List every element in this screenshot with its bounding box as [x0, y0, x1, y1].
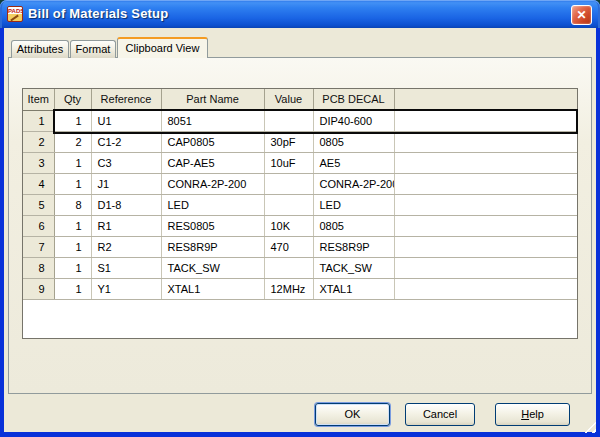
value-cell[interactable]: 12MHz: [264, 278, 313, 299]
table-header-row: Item Qty Reference Part Name Value PCB D…: [23, 89, 577, 110]
part-name-cell[interactable]: XTAL1: [161, 278, 264, 299]
qty-cell[interactable]: 1: [54, 110, 91, 131]
pcb-decal-cell[interactable]: RES8R9P: [313, 236, 394, 257]
help-button[interactable]: Help: [495, 403, 570, 426]
reference-cell[interactable]: J1: [91, 173, 161, 194]
part-name-cell[interactable]: CAP0805: [161, 131, 264, 152]
spare-cell[interactable]: [394, 236, 577, 257]
item-cell[interactable]: 9: [23, 278, 54, 299]
spare-cell[interactable]: [394, 152, 577, 173]
pcb-decal-cell[interactable]: 0805: [313, 131, 394, 152]
column-header-qty[interactable]: Qty: [54, 89, 91, 110]
spare-cell[interactable]: [394, 173, 577, 194]
qty-cell[interactable]: 1: [54, 257, 91, 278]
tab-clipboard-view[interactable]: Clipboard View: [117, 37, 208, 58]
bill-of-materials-dialog: PADS Bill of Materials Setup ✕ Attribute…: [0, 0, 600, 437]
value-cell[interactable]: 10K: [264, 215, 313, 236]
pcb-decal-cell[interactable]: AE5: [313, 152, 394, 173]
table-row[interactable]: 58D1-8LEDLED: [23, 194, 577, 215]
table-row[interactable]: 41J1CONRA-2P-200CONRA-2P-200: [23, 173, 577, 194]
table-row[interactable]: 31C3CAP-AE510uFAE5: [23, 152, 577, 173]
item-cell[interactable]: 8: [23, 257, 54, 278]
pcb-decal-cell[interactable]: CONRA-2P-200: [313, 173, 394, 194]
value-cell[interactable]: 470: [264, 236, 313, 257]
spare-cell[interactable]: [394, 278, 577, 299]
reference-cell[interactable]: D1-8: [91, 194, 161, 215]
qty-cell[interactable]: 1: [54, 215, 91, 236]
pcb-decal-cell[interactable]: 0805: [313, 215, 394, 236]
pcb-decal-cell[interactable]: TACK_SW: [313, 257, 394, 278]
item-cell[interactable]: 5: [23, 194, 54, 215]
table-row[interactable]: 61R1RES080510K0805: [23, 215, 577, 236]
item-cell[interactable]: 4: [23, 173, 54, 194]
spare-cell[interactable]: [394, 194, 577, 215]
part-name-cell[interactable]: CAP-AE5: [161, 152, 264, 173]
reference-cell[interactable]: C1-2: [91, 131, 161, 152]
window-border-right: [596, 28, 600, 437]
qty-cell[interactable]: 8: [54, 194, 91, 215]
column-header-reference[interactable]: Reference: [91, 89, 161, 110]
part-name-cell[interactable]: RES8R9P: [161, 236, 264, 257]
value-cell[interactable]: [264, 110, 313, 131]
tab-format[interactable]: Format: [70, 40, 116, 58]
column-header-value[interactable]: Value: [264, 89, 313, 110]
part-name-cell[interactable]: LED: [161, 194, 264, 215]
table-row[interactable]: 22C1-2CAP080530pF0805: [23, 131, 577, 152]
column-header-pcb-decal[interactable]: PCB DECAL: [313, 89, 394, 110]
qty-cell[interactable]: 1: [54, 278, 91, 299]
spare-cell[interactable]: [394, 131, 577, 152]
qty-cell[interactable]: 2: [54, 131, 91, 152]
qty-cell[interactable]: 1: [54, 152, 91, 173]
pcb-decal-cell[interactable]: DIP40-600: [313, 110, 394, 131]
part-name-cell[interactable]: RES0805: [161, 215, 264, 236]
table-row[interactable]: 81S1TACK_SWTACK_SW: [23, 257, 577, 278]
value-cell[interactable]: 30pF: [264, 131, 313, 152]
pcb-decal-cell[interactable]: XTAL1: [313, 278, 394, 299]
part-name-cell[interactable]: 8051: [161, 110, 264, 131]
cancel-button[interactable]: Cancel: [405, 403, 475, 426]
window-border-bottom: [0, 432, 600, 437]
column-header-part-name[interactable]: Part Name: [161, 89, 264, 110]
spare-cell[interactable]: [394, 110, 577, 131]
pads-app-icon: PADS: [7, 6, 23, 22]
column-header-spare[interactable]: [394, 89, 577, 110]
ok-button[interactable]: OK: [315, 403, 390, 426]
pcb-decal-cell[interactable]: LED: [313, 194, 394, 215]
part-name-cell[interactable]: TACK_SW: [161, 257, 264, 278]
reference-cell[interactable]: U1: [91, 110, 161, 131]
close-button[interactable]: ✕: [571, 5, 592, 25]
value-cell[interactable]: [264, 194, 313, 215]
value-cell[interactable]: [264, 173, 313, 194]
window-title: Bill of Materials Setup: [28, 0, 168, 28]
title-bar[interactable]: PADS Bill of Materials Setup ✕: [0, 0, 600, 28]
item-cell[interactable]: 3: [23, 152, 54, 173]
item-cell[interactable]: 6: [23, 215, 54, 236]
item-cell[interactable]: 2: [23, 131, 54, 152]
reference-cell[interactable]: R2: [91, 236, 161, 257]
bom-table: Item Qty Reference Part Name Value PCB D…: [22, 88, 578, 339]
table-row[interactable]: 71R2RES8R9P470RES8R9P: [23, 236, 577, 257]
part-name-cell[interactable]: CONRA-2P-200: [161, 173, 264, 194]
table-row[interactable]: 91Y1XTAL112MHzXTAL1: [23, 278, 577, 299]
reference-cell[interactable]: S1: [91, 257, 161, 278]
spare-cell[interactable]: [394, 215, 577, 236]
table-row[interactable]: 11U18051DIP40-600: [23, 110, 577, 131]
qty-cell[interactable]: 1: [54, 236, 91, 257]
tab-attributes[interactable]: Attributes: [11, 40, 69, 58]
reference-cell[interactable]: C3: [91, 152, 161, 173]
item-cell[interactable]: 1: [23, 110, 54, 131]
close-icon: ✕: [576, 8, 586, 22]
reference-cell[interactable]: R1: [91, 215, 161, 236]
column-header-item[interactable]: Item: [23, 89, 54, 110]
item-cell[interactable]: 7: [23, 236, 54, 257]
grid-body: 11U18051DIP40-60022C1-2CAP080530pF080531…: [23, 110, 577, 299]
value-cell[interactable]: 10uF: [264, 152, 313, 173]
reference-cell[interactable]: Y1: [91, 278, 161, 299]
spare-cell[interactable]: [394, 257, 577, 278]
qty-cell[interactable]: 1: [54, 173, 91, 194]
value-cell[interactable]: [264, 257, 313, 278]
